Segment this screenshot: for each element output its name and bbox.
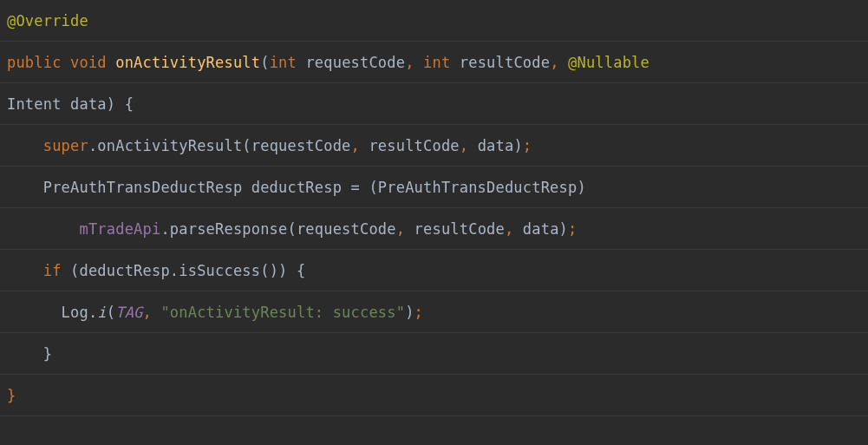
code-token: mTradeApi: [79, 220, 160, 238]
code-token: ): [405, 304, 414, 321]
code-token: TAG: [115, 304, 142, 321]
code-token: data): [523, 220, 568, 238]
code-token: super: [43, 137, 88, 154]
code-token: resultCode: [460, 54, 550, 71]
code-token: onActivityResult: [115, 54, 260, 71]
code-token: ;: [523, 137, 532, 154]
code-token: ;: [568, 220, 577, 238]
indent: [7, 304, 62, 321]
code-token: Log.: [62, 304, 98, 321]
indent: [7, 220, 79, 238]
code-token: ,: [405, 54, 423, 71]
code-token: }: [7, 387, 16, 404]
code-token: ,: [351, 137, 369, 154]
code-token: i: [97, 304, 106, 321]
code-token: .onActivityResult(requestCode: [88, 137, 351, 154]
code-line[interactable]: }: [0, 375, 868, 416]
code-token: requestCode: [305, 54, 405, 71]
indent: [7, 345, 43, 363]
code-line[interactable]: super.onActivityResult(requestCode, resu…: [0, 125, 868, 167]
code-token: ,: [505, 220, 523, 238]
indent: [7, 137, 43, 154]
code-token: PreAuthTransDeductResp deductResp = (Pre…: [43, 179, 586, 196]
code-editor[interactable]: @Overridepublic void onActivityResult(in…: [0, 0, 868, 445]
code-line[interactable]: }: [0, 333, 868, 375]
code-token: ,: [143, 304, 161, 321]
code-line[interactable]: Log.i(TAG, "onActivityResult: success");: [0, 291, 868, 333]
code-token: ,: [396, 220, 414, 238]
code-line[interactable]: @Override: [0, 0, 868, 42]
code-token: (: [260, 54, 269, 71]
code-line[interactable]: Intent data) {: [0, 83, 868, 125]
code-token: data): [478, 137, 523, 154]
code-token: resultCode: [369, 137, 459, 154]
code-token: int: [270, 54, 306, 71]
code-token: void: [70, 54, 115, 71]
indent: [7, 179, 43, 196]
code-token: ,: [550, 54, 568, 71]
code-token: ,: [460, 137, 478, 154]
code-line[interactable]: mTradeApi.parseResponse(requestCode, res…: [0, 208, 868, 250]
code-line[interactable]: if (deductResp.isSuccess()) {: [0, 250, 868, 291]
code-token: ;: [414, 304, 423, 321]
code-token: public: [7, 54, 70, 71]
code-token: Intent data) {: [7, 95, 134, 113]
code-line[interactable]: public void onActivityResult(int request…: [0, 42, 868, 83]
code-token: .parseResponse(requestCode: [160, 220, 395, 238]
indent: [7, 262, 43, 279]
code-token: (: [107, 304, 115, 321]
code-token: int: [423, 54, 460, 71]
code-token: if: [43, 262, 70, 279]
code-token: }: [43, 345, 52, 363]
code-line[interactable]: PreAuthTransDeductResp deductResp = (Pre…: [0, 167, 868, 208]
code-token: "onActivityResult: success": [160, 304, 405, 321]
code-token: resultCode: [414, 220, 505, 238]
code-token: @Nullable: [568, 54, 649, 71]
code-token: (deductResp.isSuccess()) {: [70, 262, 305, 279]
code-token: @Override: [7, 12, 88, 29]
